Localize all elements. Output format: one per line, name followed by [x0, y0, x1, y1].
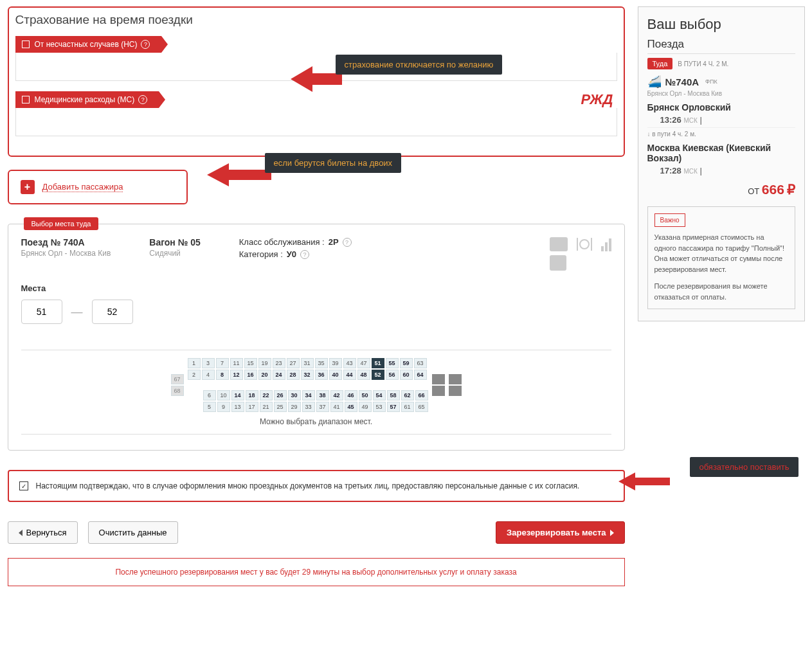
- seat-26[interactable]: 26: [274, 390, 287, 400]
- seat-37[interactable]: 37: [316, 402, 329, 412]
- checkbox-icon[interactable]: [22, 96, 30, 103]
- seat-19[interactable]: 19: [258, 358, 271, 368]
- back-button[interactable]: Вернуться: [8, 521, 78, 544]
- help-icon[interactable]: ?: [141, 40, 150, 49]
- seat-9[interactable]: 9: [217, 402, 230, 412]
- seat-31[interactable]: 31: [301, 358, 314, 368]
- rzd-logo-icon: РЖД: [581, 91, 613, 108]
- seat-23[interactable]: 23: [273, 358, 285, 368]
- seat-33[interactable]: 33: [302, 402, 315, 412]
- station-from: Брянск Орловский: [647, 102, 795, 112]
- checkbox-icon[interactable]: [22, 40, 30, 48]
- seat-8[interactable]: 8: [216, 370, 229, 380]
- seat-55[interactable]: 55: [386, 358, 399, 368]
- seat-12[interactable]: 12: [230, 370, 243, 380]
- seat-11[interactable]: 11: [230, 358, 243, 368]
- seat-54[interactable]: 54: [373, 390, 386, 400]
- seat-14[interactable]: 14: [231, 390, 244, 400]
- price-prefix: ОТ: [748, 186, 759, 196]
- seat-50[interactable]: 50: [359, 390, 372, 400]
- seat-66[interactable]: 66: [415, 390, 428, 400]
- seat-56[interactable]: 56: [386, 370, 399, 380]
- seat-5[interactable]: 5: [203, 402, 216, 412]
- seat-21[interactable]: 21: [260, 402, 273, 412]
- clear-button[interactable]: Очистить данные: [88, 521, 178, 544]
- seat-3[interactable]: 3: [202, 358, 215, 368]
- seat-27[interactable]: 27: [287, 358, 300, 368]
- seat-to-input[interactable]: [92, 300, 133, 324]
- seat-39[interactable]: 39: [329, 358, 342, 368]
- seat-4[interactable]: 4: [202, 370, 215, 380]
- seat-44[interactable]: 44: [343, 370, 356, 380]
- help-icon[interactable]: ?: [138, 95, 147, 104]
- car-number: Вагон № 05: [149, 237, 201, 247]
- insurance-opt1-label: От несчастных случаев (НС): [35, 40, 138, 49]
- seat-34[interactable]: 34: [302, 390, 315, 400]
- seat-46[interactable]: 46: [345, 390, 357, 400]
- seat-40[interactable]: 40: [329, 370, 342, 380]
- seat-45[interactable]: 45: [345, 402, 357, 412]
- consent-checkbox[interactable]: ✓: [19, 481, 28, 490]
- seat-62[interactable]: 62: [401, 390, 414, 400]
- seat-25[interactable]: 25: [274, 402, 287, 412]
- seat-61[interactable]: 61: [401, 402, 414, 412]
- seat-58[interactable]: 58: [387, 390, 400, 400]
- seat-64[interactable]: 64: [414, 370, 427, 380]
- seat-41[interactable]: 41: [330, 402, 343, 412]
- seat-63[interactable]: 63: [414, 358, 427, 368]
- seat-42[interactable]: 42: [330, 390, 343, 400]
- seat-13[interactable]: 13: [231, 402, 244, 412]
- add-passenger-link[interactable]: Добавить пассажира: [42, 182, 123, 192]
- seat-47[interactable]: 47: [357, 358, 370, 368]
- help-icon[interactable]: ?: [300, 250, 309, 259]
- seat-24[interactable]: 24: [273, 370, 285, 380]
- car-type: Сидячий: [149, 249, 201, 258]
- class-value: 2Р: [329, 237, 339, 247]
- seat-1[interactable]: 1: [188, 358, 201, 368]
- seat-35[interactable]: 35: [315, 358, 328, 368]
- help-icon[interactable]: ?: [343, 238, 352, 247]
- train-number: №740А: [665, 76, 699, 87]
- seat-20[interactable]: 20: [258, 370, 271, 380]
- reserve-button[interactable]: Зарезервировать места: [496, 521, 624, 544]
- seat-from-input[interactable]: [21, 300, 62, 324]
- seat-28[interactable]: 28: [287, 370, 300, 380]
- seat-51[interactable]: 51: [372, 358, 384, 368]
- seat-32[interactable]: 32: [301, 370, 314, 380]
- seat-30[interactable]: 30: [288, 390, 301, 400]
- seat-16[interactable]: 16: [244, 370, 257, 380]
- insurance-panel-1: [15, 53, 617, 81]
- seat-side[interactable]: 67: [171, 374, 184, 384]
- time-from: 13:26: [660, 115, 681, 125]
- insurance-opt2-label: Медицинские расходы (МС): [35, 95, 135, 104]
- seat-38[interactable]: 38: [316, 390, 329, 400]
- seat-2[interactable]: 2: [188, 370, 201, 380]
- seat-65[interactable]: 65: [415, 402, 428, 412]
- seat-side[interactable]: 68: [171, 386, 184, 396]
- seat-52[interactable]: 52: [372, 370, 384, 380]
- seat-49[interactable]: 49: [359, 402, 372, 412]
- seat-6[interactable]: 6: [203, 390, 216, 400]
- insurance-option-accident[interactable]: От несчастных случаев (НС) ?: [15, 36, 162, 53]
- important-text-1: Указана примерная стоимость на одного па…: [654, 232, 788, 274]
- add-passenger-button[interactable]: + Добавить пассажира: [8, 170, 188, 204]
- seat-7[interactable]: 7: [216, 358, 229, 368]
- seat-43[interactable]: 43: [343, 358, 356, 368]
- seat-17[interactable]: 17: [246, 402, 258, 412]
- seat-59[interactable]: 59: [400, 358, 413, 368]
- category-value: У0: [287, 249, 296, 259]
- seat-57[interactable]: 57: [387, 402, 400, 412]
- train-route: Брянск Орл - Москва Кив: [21, 249, 111, 258]
- footer-note: После успешного резервирования мест у ва…: [8, 558, 625, 586]
- seat-29[interactable]: 29: [288, 402, 301, 412]
- seat-36[interactable]: 36: [315, 370, 328, 380]
- seat-60[interactable]: 60: [400, 370, 413, 380]
- seat-15[interactable]: 15: [244, 358, 257, 368]
- insurance-option-medical[interactable]: Медицинские расходы (МС) ?: [15, 91, 159, 108]
- seat-22[interactable]: 22: [260, 390, 273, 400]
- train-info-row: Поезд № 740А Брянск Орл - Москва Кив Ваг…: [21, 237, 611, 271]
- seat-48[interactable]: 48: [357, 370, 370, 380]
- seat-18[interactable]: 18: [246, 390, 258, 400]
- seat-53[interactable]: 53: [373, 402, 386, 412]
- seat-10[interactable]: 10: [217, 390, 230, 400]
